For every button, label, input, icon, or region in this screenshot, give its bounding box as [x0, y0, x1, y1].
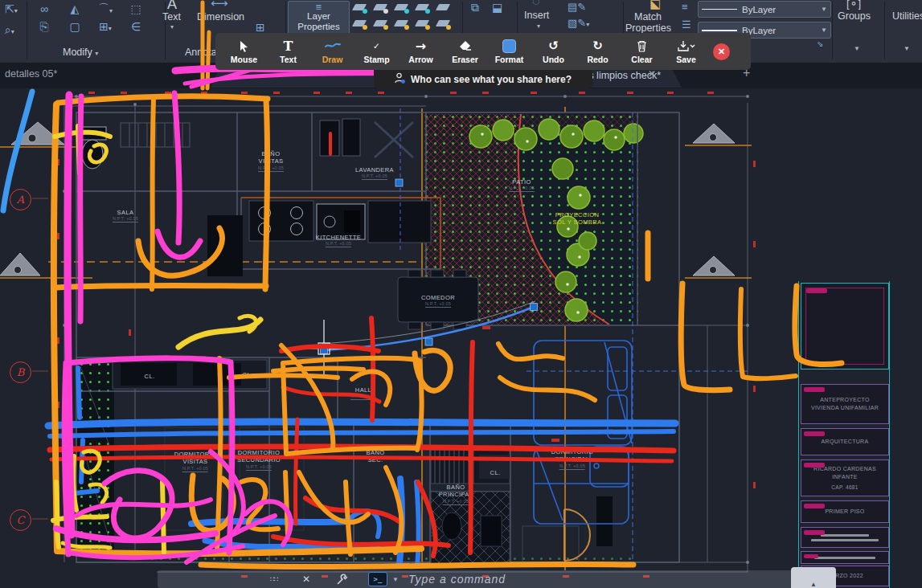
blue-bed-furniture	[534, 341, 632, 524]
share-visibility-tooltip: Who can see what you share here?	[374, 70, 592, 88]
color-dropdown[interactable]: ByLayer▼	[698, 1, 831, 18]
draw-button[interactable]: Draw	[310, 39, 354, 64]
layer-walk-icon[interactable]: ⧉	[471, 2, 479, 13]
text-button[interactable]: T Text	[266, 39, 310, 64]
dimension-icon: ⟷	[211, 0, 228, 9]
layer-isolate-icon[interactable]	[354, 18, 367, 29]
mouse-button[interactable]: Mouse	[222, 39, 266, 64]
text-icon: T	[284, 39, 293, 53]
save-download-icon	[678, 39, 695, 53]
garden-strips	[77, 363, 637, 562]
grid-bubble-circles	[32, 198, 48, 519]
floor-plan	[0, 88, 922, 588]
explode-icon[interactable]: ⬚	[130, 3, 141, 14]
rectangle-icon[interactable]: ▢	[69, 21, 80, 32]
command-prompt-icon[interactable]: >_	[368, 570, 387, 588]
redo-icon: ↻	[592, 39, 603, 53]
close-command-icon[interactable]: ✕	[302, 570, 310, 588]
person-icon	[395, 72, 405, 86]
layer-properties-icon: ≣	[315, 3, 322, 11]
check-icon: ✓	[373, 39, 380, 53]
layer-properties-button[interactable]: ≣ LayerProperties	[288, 1, 350, 37]
layer-match-icon[interactable]	[437, 18, 450, 29]
define-attribute-icon[interactable]: ▧✎▾	[568, 18, 589, 28]
layer-off-icon[interactable]	[395, 18, 408, 29]
layer-vpfreeze-icon[interactable]: ⬓	[492, 2, 502, 13]
undo-icon: ↺	[548, 39, 559, 53]
clear-button[interactable]: Clear	[620, 39, 664, 64]
cursor-icon	[239, 39, 249, 53]
insert-button[interactable]: Insert	[524, 10, 549, 21]
autocad-window: ⇱▾ ⌕▾ ∞ ◭ ⌒▾ ⬚ ⎘ ▢ ⊞▾ ∈ Modify ▾ A Text …	[0, 0, 922, 588]
groups-panel-caret[interactable]: ▼	[854, 45, 860, 52]
grip-handle[interactable]: ∷∷	[270, 570, 277, 588]
fillet-icon[interactable]: ⌒▾	[98, 3, 113, 14]
offset-icon[interactable]: ∈	[131, 21, 141, 32]
utilities-panel-caret[interactable]: ▼	[904, 45, 910, 52]
command-dropdown-caret[interactable]: ▼	[392, 570, 399, 588]
modify-panel-label[interactable]: Modify ▾	[63, 47, 98, 58]
undo-button[interactable]: ↺ Undo	[531, 39, 576, 64]
layer-unisolate-icon[interactable]	[375, 18, 387, 29]
redo-button[interactable]: ↻ Redo	[576, 39, 620, 64]
command-input[interactable]: Type a command	[408, 570, 506, 588]
draw-squiggle-icon	[325, 39, 341, 53]
insert-block-icon: ◌	[532, 0, 540, 8]
command-bar[interactable]: ∷∷ ✕ >_ ▼ Type a command	[158, 570, 796, 588]
layer-make-current-icon[interactable]	[375, 2, 387, 13]
modify-icons: ∞ ◭ ⌒▾ ⬚ ⎘ ▢ ⊞▾ ∈	[29, 0, 151, 35]
trim-icon[interactable]: ⎘	[39, 21, 48, 32]
match-properties-icon: ⬕	[649, 0, 661, 10]
utilities-panel-label[interactable]: Utilities	[892, 10, 922, 22]
format-button[interactable]: Format	[487, 39, 531, 64]
save-button[interactable]: Save	[664, 39, 708, 64]
layer-state-icons	[354, 2, 458, 35]
popup-expander[interactable]: ▲	[791, 567, 836, 588]
lineweight-icon[interactable]: ≡	[682, 2, 688, 12]
eraser-button[interactable]: Eraser	[443, 39, 487, 64]
drawing-canvas[interactable]: BAÑOVISITASN.P.T. +0.05 LAVANDERAN.P.T. …	[0, 88, 922, 588]
dimension-button[interactable]: Dimension	[197, 11, 244, 22]
text-button[interactable]: Text	[162, 11, 181, 22]
mirror-icon[interactable]: ◭	[71, 3, 80, 14]
layer-on-icon[interactable]	[354, 2, 367, 13]
eraser-icon	[459, 39, 472, 53]
panel-launcher-icon[interactable]: ⇘	[817, 40, 823, 48]
layer-lock-icon[interactable]	[416, 2, 429, 13]
pan-icon[interactable]: ⇱▾	[5, 3, 18, 14]
groups-icon: [⚬]	[846, 0, 861, 9]
stamp-button[interactable]: ✓ Stamp	[354, 39, 399, 64]
groups-panel-label[interactable]: Groups	[838, 10, 871, 22]
tab-detalles[interactable]: detalles 05*	[5, 68, 57, 80]
zoom-tool-icon[interactable]: ⌕▾	[5, 24, 14, 35]
arrow-button[interactable]: → Arrow	[399, 39, 443, 64]
customize-wrench-icon[interactable]	[336, 570, 348, 588]
match-properties-button[interactable]: Match	[634, 11, 662, 22]
linetype-icon[interactable]: ☰	[682, 19, 691, 30]
arrow-icon: →	[416, 39, 426, 53]
share-annotation-toolbar: Mouse T Text Draw ✓ Stamp → Arrow Eraser…	[215, 33, 751, 70]
tab-close-icon[interactable]: ✕	[648, 68, 656, 80]
layer-thaw-icon[interactable]	[416, 18, 429, 29]
close-icon: ✕	[718, 47, 725, 57]
table-icon[interactable]: ⊞	[256, 22, 265, 33]
format-color-icon	[502, 39, 516, 53]
close-toolbar-button[interactable]: ✕	[713, 43, 730, 60]
layer-freeze-icon[interactable]	[395, 2, 408, 13]
dimension-nodes	[63, 95, 749, 564]
layer-stack-icon[interactable]	[437, 2, 450, 13]
array-icon[interactable]: ⊞▾	[99, 21, 112, 32]
mtext-icon: A	[167, 0, 177, 11]
trash-icon	[637, 39, 647, 53]
move-icon[interactable]: ∞	[40, 3, 48, 14]
edit-attribute-icon[interactable]: ▤✎	[568, 2, 586, 12]
